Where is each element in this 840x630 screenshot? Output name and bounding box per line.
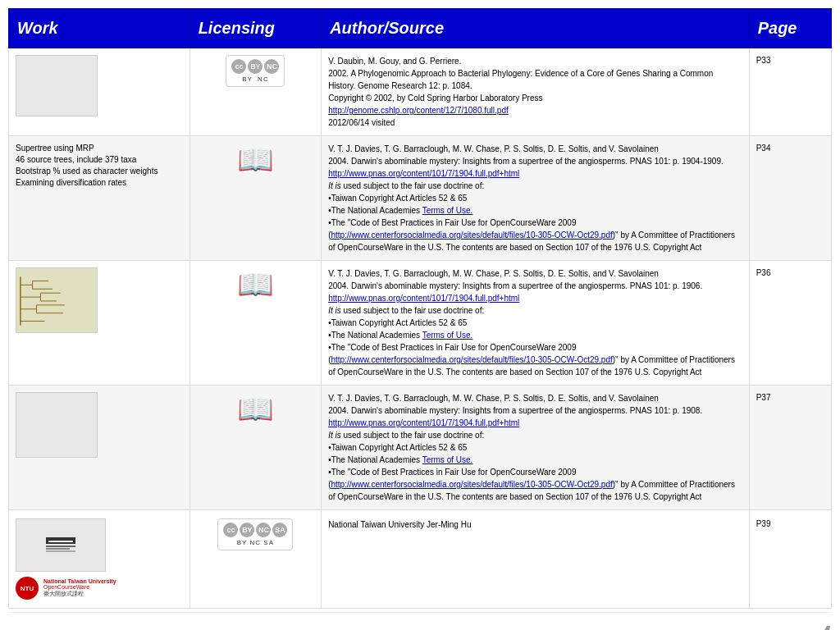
thumbnail-4 [16,392,98,458]
table-thumb [52,408,62,443]
ntu-national: National Taiwan University [43,578,116,584]
page-num-2: P34 [756,144,771,153]
work-cell-1 [9,48,190,136]
work-cell-3 [9,261,190,386]
author-link-2[interactable]: http://www.pnas.org/content/101/7/1904.f… [328,169,519,178]
cc-icon: cc [231,59,246,74]
work-cell-2: Supertree using MRP 46 source trees, inc… [9,136,190,261]
fair-use-text-4: used subject to the fair use doctrine of… [341,431,485,440]
nc-icon: NC [264,59,279,74]
thumbnail-1 [16,55,98,116]
bullet-2-4: •The National Academies [328,455,422,464]
author-text-3: V. T. J. Davies, T. G. Barraclough, M. W… [328,267,742,378]
thumb-line [46,548,70,550]
author-text-2: V. T. J. Davies, T. G. Barraclough, M. W… [328,143,742,253]
author-year-2: 2004. Darwin's abominable mystery: Insig… [328,157,724,166]
page-cell-4: P37 [749,386,831,510]
author-year-4: 2004. Darwin's abominable mystery: Insig… [328,406,702,415]
t-logo-icon: t [819,619,832,630]
ntu-logo-area: NTU National Taiwan University OpenCours… [16,577,183,600]
visited-1: 2012/06/14 visited [328,118,395,127]
author-link-3[interactable]: http://www.pnas.org/content/101/7/1904.f… [328,294,519,303]
terms-link-4[interactable]: Terms of Use. [422,455,473,464]
table-row: cc BY NC BY NC V. Daubin, M. Gouy, and G… [9,48,832,136]
author-text-5: National Taiwan University Jer-Ming Hu [328,518,742,531]
paper-thumb [52,66,61,106]
cc-badge-5: cc BY NC SA BY NC SA [217,518,293,550]
sa-icon-5: SA [272,523,287,537]
work-cell-5: ▬▬▬▬▬ NTU National Taiwan University Ope… [9,510,190,609]
bottom-footer: General Education TW 臺 灣 通 識 t [8,612,832,630]
author-text-4: V. T. J. Davies, T. G. Barraclough, M. W… [328,392,742,503]
author-name-2: V. T. J. Davies, T. G. Barraclough, M. W… [328,144,659,153]
header-work: Work [9,9,190,48]
page-num-5: P39 [756,519,771,528]
terms-link-2[interactable]: Terms of Use. [422,206,473,215]
cc-badge-container: cc BY NC BY NC [197,55,314,87]
cc-label-5: BY NC SA [237,539,274,546]
tree-svg [16,268,97,332]
ntu-thumbnail: ▬▬▬▬▬ [16,518,106,572]
by-icon: BY [248,59,262,74]
bullet-2-3: •The National Academies [328,331,422,340]
ntu-ocw: OpenCourseWare [43,584,116,590]
page-num-1: P33 [756,56,771,65]
book-icon-3: 📖 [237,267,274,302]
licensing-cell-4: 📖 [189,386,321,510]
header-page: Page [749,9,831,48]
thumbnail-3 [16,267,98,333]
thumb-row [56,426,58,430]
bullet-1-4: •Taiwan Copyright Act Articles 52 & 65 [328,443,467,452]
main-table: Work Licensing Author/Source Page [8,8,832,609]
author-year-3: 2004. Darwin's abominable mystery: Insig… [328,281,702,290]
cc-icons-row: cc BY NC [231,59,279,74]
author-cell-5: National Taiwan University Jer-Ming Hu [322,510,750,609]
table-row: Supertree using MRP 46 source trees, inc… [9,136,832,261]
page-wrapper: Work Licensing Author/Source Page [0,0,840,630]
book-icon-container-3: 📖 [197,267,314,302]
licensing-cell-5: cc BY NC SA BY NC SA [189,510,321,609]
code-link-2[interactable]: http://www.centerforsocialmedia.org/site… [331,231,612,240]
thumb-line [46,546,75,547]
thumb-row [56,431,58,435]
table-row: 📖 V. T. J. Davies, T. G. Barraclough, M.… [9,261,832,386]
book-icon-container-2: 📖 [197,143,314,177]
author-name-1: V. Daubin, M. Gouy, and G. Perriere. [328,57,461,66]
bullet-2-2: •The National Academies [328,206,422,215]
page-cell-3: P36 [749,261,831,386]
cc-badge-1: cc BY NC BY NC [226,55,285,87]
copyright-1: Copyright © 2002, by Cold Spring Harbor … [328,94,542,103]
terms-link-3[interactable]: Terms of Use. [422,331,473,340]
author-cell-2: V. T. J. Davies, T. G. Barraclough, M. W… [322,136,750,261]
page-cell-2: P34 [749,136,831,261]
thumb-row [56,421,58,425]
table-row: 📖 V. T. J. Davies, T. G. Barraclough, M.… [9,386,832,510]
book-icon-container-4: 📖 [197,392,314,427]
cc-icons-row-5: cc BY NC SA [223,523,287,537]
ntu-text-block: National Taiwan University OpenCourseWar… [43,578,116,598]
author-desc-1: 2002. A Phylogenomic Approach to Bacteri… [328,69,713,90]
by-icon-5: BY [240,523,254,537]
author-text-1: V. Daubin, M. Gouy, and G. Perriere. 200… [328,55,742,129]
author-link-1[interactable]: http://genome.cshlp.org/content/12/7/108… [328,106,509,115]
licensing-cell-3: 📖 [189,261,321,386]
thumb-header-bar: ▬▬▬▬▬ [46,537,75,544]
ntu-thumb-text: ▬▬▬▬▬ [43,534,79,556]
table-header-row: Work Licensing Author/Source Page [9,9,832,48]
book-icon-4: 📖 [237,392,274,427]
author-name-4: V. T. J. Davies, T. G. Barraclough, M. W… [328,394,659,403]
page-cell-1: P33 [749,48,831,136]
code-link-3[interactable]: http://www.centerforsocialmedia.org/site… [331,355,612,364]
bullet-1-2: •Taiwan Copyright Act Articles 52 & 65 [328,194,467,203]
author-name-3: V. T. J. Davies, T. G. Barraclough, M. W… [328,269,659,278]
code-link-4[interactable]: http://www.centerforsocialmedia.org/site… [331,480,612,489]
licensing-cell-1: cc BY NC BY NC [189,48,321,136]
cc-label: BY NC [242,75,269,83]
cc-badge-container-5: cc BY NC SA BY NC SA [197,518,314,550]
ntu-chinese: 臺大開放式課程 [43,590,116,598]
author-link-4[interactable]: http://www.pnas.org/content/101/7/1904.f… [328,418,519,427]
author-cell-4: V. T. J. Davies, T. G. Barraclough, M. W… [322,386,750,510]
fair-use-4: It is [328,431,341,440]
work-cell-4 [9,386,190,510]
author-name-5: National Taiwan University Jer-Ming Hu [328,520,471,529]
